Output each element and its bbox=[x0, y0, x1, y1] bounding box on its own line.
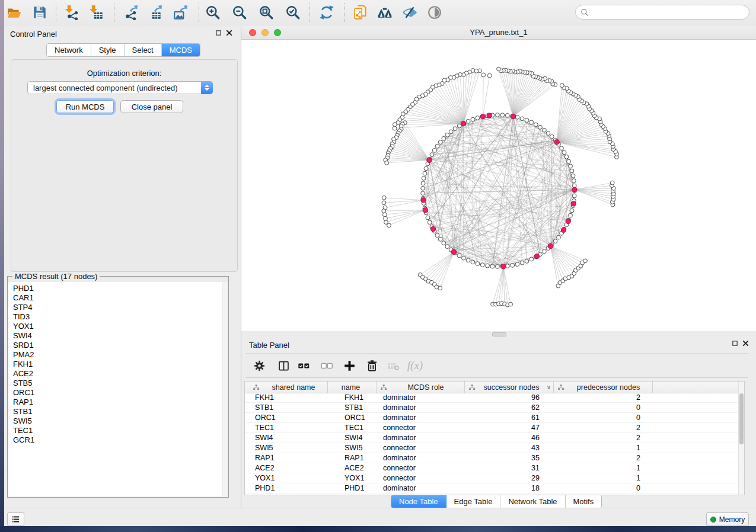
mcds-result-group: MCDS result (17 nodes) PHD1CAR1STP4TID3Y… bbox=[7, 276, 229, 498]
result-node[interactable]: PHD1 bbox=[8, 284, 228, 293]
result-node[interactable]: FKH1 bbox=[8, 360, 228, 369]
splitter-grip[interactable] bbox=[492, 332, 506, 336]
hide-panels-icon[interactable] bbox=[400, 3, 419, 22]
delete-column-icon[interactable] bbox=[363, 358, 380, 373]
table-row[interactable]: TEC1TEC1connector472 bbox=[245, 423, 739, 433]
show-panels-icon[interactable] bbox=[425, 3, 444, 22]
table-row[interactable]: YOX1YOX1connector291 bbox=[245, 473, 739, 483]
mcds-node bbox=[571, 201, 576, 206]
mcds-node bbox=[421, 198, 426, 203]
mcds-node bbox=[554, 140, 559, 145]
float-panel-icon[interactable] bbox=[215, 30, 222, 36]
task-history-button[interactable] bbox=[7, 512, 24, 526]
result-node[interactable]: ORC1 bbox=[8, 388, 228, 398]
table-row[interactable]: RAP1RAP1dominator352 bbox=[245, 453, 739, 463]
table-row[interactable]: SWI4SWI4dominator462 bbox=[245, 433, 739, 443]
tab-select[interactable]: Select bbox=[125, 44, 162, 56]
network-search-box[interactable] bbox=[575, 5, 749, 20]
attribute-tree-icon bbox=[380, 384, 387, 391]
zoom-out-icon[interactable] bbox=[230, 3, 249, 22]
mcds-result-list[interactable]: PHD1CAR1STP4TID3YOX1SWI4SRD1PMA2FKH1ACE2… bbox=[8, 282, 228, 496]
open-file-icon[interactable] bbox=[5, 3, 24, 22]
mcds-node bbox=[534, 254, 539, 259]
table-toolbar: f(x) bbox=[245, 353, 748, 378]
result-node[interactable]: CAR1 bbox=[8, 293, 228, 303]
table-row[interactable]: STB1STB1dominator620 bbox=[245, 403, 739, 413]
table-settings-icon[interactable] bbox=[251, 358, 267, 373]
horizontal-splitter[interactable] bbox=[241, 331, 756, 336]
mcds-node bbox=[461, 121, 466, 126]
search-input[interactable] bbox=[592, 7, 749, 17]
column-header-name[interactable]: name bbox=[328, 382, 377, 393]
float-table-panel-icon[interactable] bbox=[732, 340, 738, 347]
column-header-MCDS-role[interactable]: MCDS role bbox=[377, 382, 465, 393]
result-node[interactable]: SRD1 bbox=[8, 341, 228, 350]
column-header-predecessor-nodes[interactable]: predecessor nodes bbox=[554, 382, 653, 393]
close-panel-button[interactable]: Close panel bbox=[120, 100, 183, 113]
network-view[interactable] bbox=[241, 40, 756, 331]
table-row[interactable]: ACE2ACE2connector311 bbox=[245, 463, 739, 473]
run-mcds-button[interactable]: Run MCDS bbox=[56, 100, 114, 113]
result-node[interactable]: SWI5 bbox=[8, 416, 228, 426]
add-column-icon[interactable] bbox=[341, 358, 358, 373]
memory-button[interactable]: Memory bbox=[706, 512, 749, 526]
mcds-node bbox=[561, 227, 566, 232]
control-panel-tabs: NetworkStyleSelectMCDS bbox=[46, 43, 200, 57]
column-header-successor-nodes[interactable]: successor nodesv bbox=[465, 382, 554, 393]
result-node[interactable]: STP4 bbox=[8, 303, 228, 312]
result-list-scrollbar[interactable] bbox=[222, 282, 228, 496]
search-network-icon[interactable] bbox=[375, 3, 394, 22]
export-table-icon[interactable] bbox=[145, 3, 164, 22]
close-panel-icon[interactable] bbox=[226, 30, 232, 36]
result-node[interactable]: GCR1 bbox=[8, 435, 228, 445]
table-row[interactable]: SWI5SWI5connector431 bbox=[245, 443, 739, 453]
export-image-icon[interactable] bbox=[171, 3, 190, 22]
tab-network-table[interactable]: Network Table bbox=[500, 495, 565, 508]
column-header-shared-name[interactable]: shared name bbox=[249, 382, 328, 393]
select-stepper-icon bbox=[201, 81, 213, 94]
zoom-in-icon[interactable] bbox=[203, 3, 222, 22]
result-node[interactable]: TEC1 bbox=[8, 426, 228, 435]
desktop-wallpaper-left bbox=[0, 0, 4, 532]
select-all-icon[interactable] bbox=[295, 358, 312, 373]
toggle-columns-icon[interactable] bbox=[275, 358, 292, 373]
result-node[interactable]: YOX1 bbox=[8, 322, 228, 331]
table-row[interactable]: PHD1PHD1dominator180 bbox=[245, 483, 739, 493]
tab-motifs[interactable]: Motifs bbox=[566, 495, 602, 508]
refresh-icon[interactable] bbox=[317, 3, 336, 22]
clone-network-icon[interactable] bbox=[351, 3, 370, 22]
close-table-panel-icon[interactable] bbox=[742, 340, 749, 347]
mcds-node bbox=[430, 227, 435, 232]
table-row[interactable]: FKH1FKH1dominator962 bbox=[245, 393, 739, 403]
cytoscape-window: Control Panel NetworkStyleSelectMCDS Opt… bbox=[4, 0, 756, 526]
tab-style[interactable]: Style bbox=[91, 44, 125, 56]
tab-node-table[interactable]: Node Table bbox=[391, 495, 446, 508]
network-window-titlebar: YPA_prune.txt_1 bbox=[241, 26, 756, 40]
table-row[interactable]: ORC1ORC1dominator610 bbox=[245, 413, 739, 423]
main-toolbar bbox=[4, 0, 756, 27]
result-node[interactable]: STB1 bbox=[8, 407, 228, 416]
mcds-node bbox=[572, 187, 577, 192]
zoom-fit-icon[interactable] bbox=[257, 3, 276, 22]
result-node[interactable]: STB5 bbox=[8, 379, 228, 388]
mcds-node bbox=[480, 114, 485, 119]
import-network-icon[interactable] bbox=[63, 3, 82, 22]
tab-network[interactable]: Network bbox=[47, 44, 91, 56]
zoom-selected-icon[interactable] bbox=[283, 3, 302, 22]
deselect-all-icon[interactable] bbox=[318, 358, 335, 373]
result-node[interactable]: PMA2 bbox=[8, 350, 228, 360]
result-node[interactable]: RAP1 bbox=[8, 398, 228, 407]
save-session-icon[interactable] bbox=[30, 3, 49, 22]
export-network-icon[interactable] bbox=[121, 3, 140, 22]
table-scrollbar-thumb[interactable] bbox=[739, 393, 744, 444]
tab-mcds[interactable]: MCDS bbox=[162, 44, 200, 56]
import-table-icon[interactable] bbox=[87, 3, 106, 22]
result-node[interactable]: TID3 bbox=[8, 312, 228, 322]
tab-edge-table[interactable]: Edge Table bbox=[446, 495, 501, 508]
optimization-criterion-value: largest connected component (undirected) bbox=[28, 84, 201, 92]
table-scrollbar[interactable] bbox=[738, 382, 744, 495]
optimization-criterion-select[interactable]: largest connected component (undirected) bbox=[27, 81, 213, 94]
attribute-tree-icon bbox=[468, 384, 476, 391]
result-node[interactable]: ACE2 bbox=[8, 369, 228, 379]
result-node[interactable]: SWI4 bbox=[8, 331, 228, 341]
